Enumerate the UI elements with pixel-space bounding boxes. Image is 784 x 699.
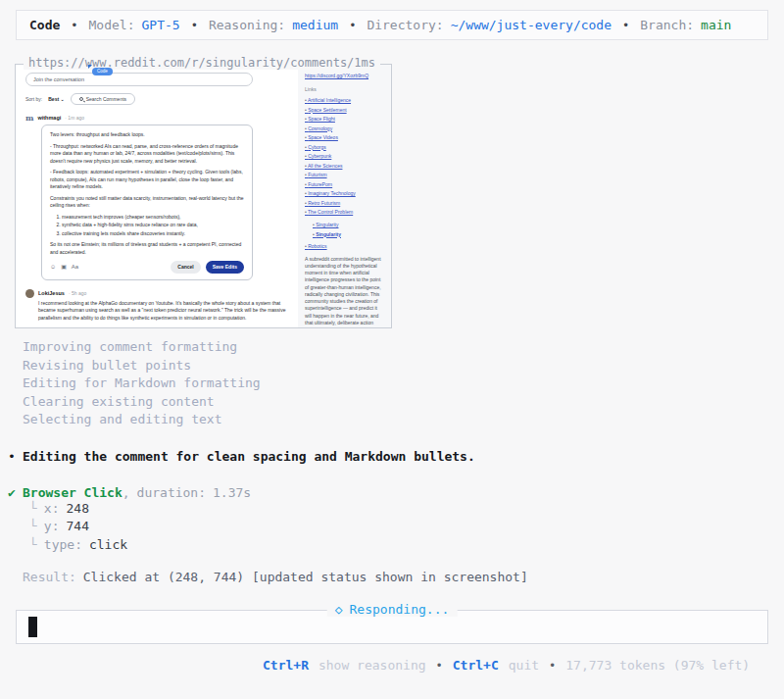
discord-link[interactable]: https://discord.gg/YXozb9mQ [305, 73, 384, 78]
avatar: m [25, 114, 33, 122]
status-line: Improving comment formatting [23, 338, 784, 357]
comment-author[interactable]: withmagi [37, 115, 61, 121]
shortcut-show-reasoning-key[interactable]: Ctrl+R [263, 658, 309, 673]
tool-call-header: ✔ Browser Click , duration:1.37s [8, 485, 784, 500]
reasoning-info: Reasoning: medium [209, 18, 338, 32]
model-value: GPT-5 [142, 18, 180, 32]
result-label: Result: [23, 570, 76, 584]
tool-call-name: Browser Click [23, 485, 122, 500]
status-line: Editing for Markdown formatting [23, 374, 784, 393]
separator-dot: • [436, 659, 443, 673]
directory-value: ~/www/just-every/code [451, 18, 612, 32]
subreddit-sidebar: https://discord.gg/YXozb9mQ Links Artifi… [298, 65, 391, 327]
tool-param-row: └ x: 248 [29, 500, 784, 519]
sidebar-link[interactable]: Cyborgs [305, 144, 384, 150]
check-icon: ✔ [8, 485, 23, 500]
result-text: Clicked at (248, 744) [updated status sh… [83, 570, 528, 584]
param-value: 744 [66, 518, 88, 536]
reasoning-value: medium [292, 18, 338, 32]
branch-info: Branch: main [640, 18, 731, 32]
footer-bar: Ctrl+R show reasoning • Ctrl+C quit • 17… [0, 658, 784, 673]
tool-call-duration: duration:1.37s [137, 485, 252, 500]
sidebar-link-list: Artificial Intelligence Space Settlement… [305, 97, 384, 215]
search-comments-label: Search Comments [86, 96, 126, 102]
app-title: Code [29, 18, 60, 32]
sidebar-link[interactable]: Robotics [305, 243, 384, 249]
comment-author[interactable]: LokiJesus [38, 290, 65, 296]
comment-body: I recommend looking at the AlphaGo docum… [38, 300, 290, 323]
status-line: Revising bullet points [23, 357, 784, 375]
sort-by-dropdown[interactable]: Best ⌄ [48, 96, 64, 102]
sidebar-link[interactable]: Retro Futurism [305, 200, 384, 206]
current-action-text: Editing the comment for clean spacing an… [23, 449, 475, 464]
sidebar-link[interactable]: FuturePorn [305, 181, 384, 187]
remote-cursor-label: Code [97, 69, 108, 74]
branch-value: main [701, 18, 731, 32]
tree-branch-icon: └ [29, 536, 37, 555]
param-key: type: [44, 536, 82, 555]
emoji-icon[interactable]: ☺ [50, 264, 56, 270]
model-label: Model: [89, 18, 135, 32]
tool-param-row: └ y: 744 [29, 518, 784, 536]
duration-label: duration: [137, 485, 206, 500]
shortcut-quit-label: quit [509, 658, 539, 673]
sidebar-link[interactable]: Singularity [313, 222, 384, 227]
session-header: Code • Model: GPT-5 • Reasoning: medium … [16, 10, 768, 40]
directory-info: Directory: ~/www/just-every/code [367, 18, 612, 32]
links-heading: Links [305, 86, 384, 92]
edit-toolbar: ☺ ▣ Aa Cancel Save Edits [50, 261, 244, 274]
sort-by-label: Sort by: [25, 96, 42, 102]
sidebar-link[interactable]: Space Settlement [305, 107, 384, 113]
search-comments-button[interactable]: Search Comments [71, 93, 135, 105]
app-root: Code • Model: GPT-5 • Reasoning: medium … [0, 0, 784, 699]
shortcut-show-reasoning-label: show reasoning [318, 658, 426, 673]
sidebar-link[interactable]: Cosmology [305, 125, 384, 131]
edit-paragraph: Constraints you noted still matter data … [50, 195, 244, 210]
sidebar-link[interactable]: Space Flight [305, 116, 384, 122]
subreddit-description: A subreddit committed to intelligent und… [305, 256, 384, 328]
save-edits-button[interactable]: Save Edits [206, 261, 244, 274]
sidebar-link[interactable]: Cyberpunk [305, 153, 384, 159]
tool-param-row: └ type: click [29, 536, 784, 555]
shortcut-quit-key[interactable]: Ctrl+C [453, 658, 499, 673]
separator-dot: • [71, 19, 77, 32]
join-conversation-input[interactable]: Join the conversation [25, 73, 253, 86]
param-value: 248 [66, 500, 88, 519]
sidebar-link[interactable]: Artificial Intelligence [305, 97, 384, 103]
composer-input[interactable]: ◇ Responding... [16, 610, 768, 644]
list-item: measurement tech improves (cheaper senso… [62, 214, 244, 222]
reddit-comments-column: Join the conversation Code Sort by: Best… [16, 65, 298, 327]
sidebar-link[interactable]: Imaginary Technology [305, 190, 384, 196]
edit-numbered-list: measurement tech improves (cheaper senso… [62, 214, 244, 238]
agent-status-history: Improving comment formatting Revising bu… [23, 338, 784, 429]
sidebar-link[interactable]: The Control Problem [305, 209, 384, 215]
sidebar-link[interactable]: Futurism [305, 172, 384, 177]
sidebar-link[interactable]: Space Videos [305, 134, 384, 140]
tree-branch-icon: └ [29, 518, 37, 536]
avatar [25, 289, 34, 298]
comment-edit-box[interactable]: Two levers: throughput and feedback loop… [41, 125, 253, 280]
directory-label: Directory: [367, 18, 443, 32]
remote-cursor-badge: Code [92, 68, 113, 75]
duration-value: 1.37s [213, 485, 251, 500]
robotics-link-list: Robotics [305, 243, 384, 249]
comment-header: LokiJesus · 5h ago [25, 289, 292, 298]
tool-result-row: Result:Clicked at (248, 744) [updated st… [23, 570, 784, 584]
text-format-icon[interactable]: Aa [72, 264, 78, 270]
responding-text: Responding... [350, 602, 450, 617]
reasoning-label: Reasoning: [209, 18, 285, 32]
image-icon[interactable]: ▣ [61, 264, 67, 270]
sidebar-link[interactable]: All the Sciences [305, 163, 384, 169]
comment-timestamp: · 5h ago [69, 290, 86, 296]
param-key: x: [44, 500, 60, 519]
edit-paragraph: - Feedback loops: automated experiment +… [50, 169, 244, 191]
tree-branch-icon: └ [29, 500, 37, 519]
edit-paragraph: - Throughput: networked AIs can read, pa… [50, 143, 244, 166]
sidebar-link-current[interactable]: Singularity [313, 231, 384, 237]
cancel-button[interactable]: Cancel [171, 261, 200, 274]
token-count: 17,773 tokens (97% left) [565, 658, 750, 673]
bullet-icon: • [8, 449, 23, 464]
list-item: collective training lets models share di… [62, 230, 244, 238]
separator-dot: • [349, 19, 356, 32]
model-info: Model: GPT-5 [89, 18, 180, 32]
